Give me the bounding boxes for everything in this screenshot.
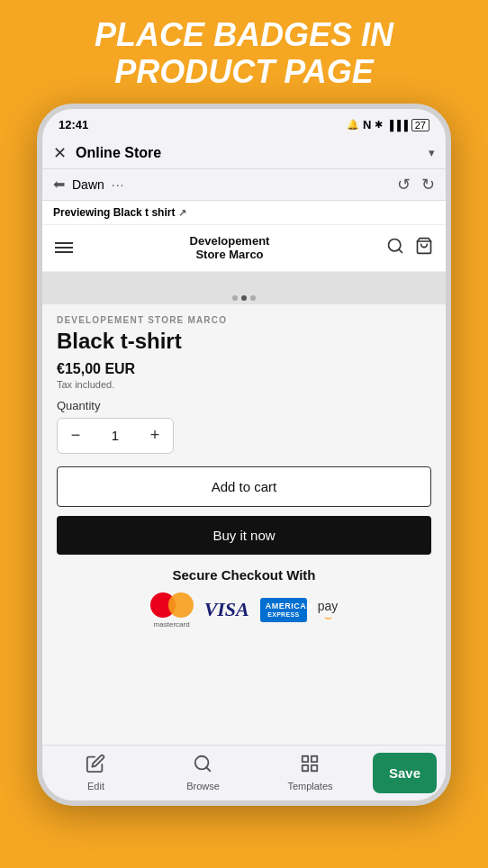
alarm-icon: 🔔 bbox=[347, 119, 359, 131]
quantity-increase-button[interactable]: + bbox=[137, 419, 173, 453]
tab-templates-label: Templates bbox=[287, 781, 332, 791]
tab-templates[interactable]: Templates bbox=[257, 746, 364, 800]
tab-browse[interactable]: Browse bbox=[149, 746, 257, 800]
quantity-decrease-button[interactable]: − bbox=[58, 419, 94, 453]
external-link-icon[interactable]: ↗ bbox=[178, 207, 186, 218]
dropdown-icon[interactable]: ▾ bbox=[429, 146, 435, 159]
editor-back-icon[interactable]: ⬅ bbox=[53, 176, 65, 193]
preview-bar: Previewing Black t shirt ↗ bbox=[42, 201, 446, 225]
editor-more-button[interactable]: ··· bbox=[112, 177, 125, 192]
svg-rect-7 bbox=[312, 765, 317, 771]
preview-label: Previewing bbox=[53, 206, 110, 219]
close-button[interactable]: ✕ bbox=[53, 143, 67, 163]
tab-edit-label: Edit bbox=[87, 781, 104, 791]
store-name-block: Developement Store Marco bbox=[190, 234, 270, 262]
secure-checkout-title: Secure Checkout With bbox=[57, 567, 431, 583]
amex-badge: AMERICAN EXPRESS bbox=[260, 598, 307, 622]
save-button[interactable]: Save bbox=[373, 753, 437, 793]
browse-icon bbox=[193, 754, 212, 778]
quantity-control: − 1 + bbox=[57, 418, 174, 454]
tab-browse-label: Browse bbox=[186, 781, 220, 791]
product-content: DEVELOPEMENT STORE MARCO Black t-shirt €… bbox=[42, 304, 446, 745]
amazon-arrow-icon: ⌣ bbox=[324, 613, 332, 620]
status-icons: 🔔 N ✱ ▐▐▐ 27 bbox=[347, 118, 429, 131]
store-name-line2: Store Marco bbox=[190, 248, 270, 262]
payment-icons: mastercard VISA AMERICAN EXPRESS pay ⌣ bbox=[57, 592, 431, 628]
editor-theme-name: Dawn bbox=[72, 177, 104, 192]
product-brand: DEVELOPEMENT STORE MARCO bbox=[57, 315, 431, 325]
svg-line-4 bbox=[207, 768, 211, 772]
product-title: Black t-shirt bbox=[57, 329, 431, 354]
svg-rect-5 bbox=[303, 756, 308, 762]
product-tax-note: Tax included. bbox=[57, 379, 431, 390]
mastercard-label: mastercard bbox=[154, 620, 190, 628]
image-dot-indicator bbox=[232, 295, 256, 301]
add-to-cart-button[interactable]: Add to cart bbox=[57, 466, 431, 507]
bluetooth-icon: ✱ bbox=[375, 119, 383, 131]
mastercard-logo: mastercard bbox=[150, 592, 194, 628]
editor-actions: ↺ ↻ bbox=[397, 175, 435, 194]
visa-logo: VISA bbox=[204, 598, 249, 621]
product-image-area bbox=[42, 272, 446, 304]
store-name-line1: Developement bbox=[190, 234, 270, 249]
svg-rect-8 bbox=[303, 765, 308, 771]
svg-line-1 bbox=[399, 249, 402, 253]
cart-icon[interactable] bbox=[415, 237, 433, 259]
signal-icon: ▐▐▐ bbox=[386, 120, 407, 131]
hamburger-menu[interactable] bbox=[55, 242, 73, 253]
phone-frame: 12:41 🔔 N ✱ ▐▐▐ 27 ✕ Online Store ▾ ⬅ Da… bbox=[37, 104, 451, 806]
editor-bar: ⬅ Dawn ··· ↺ ↻ bbox=[42, 169, 446, 201]
page-header: Place badges in product page bbox=[0, 0, 488, 104]
redo-button[interactable]: ↻ bbox=[421, 175, 435, 194]
undo-button[interactable]: ↺ bbox=[397, 175, 411, 194]
tab-edit[interactable]: Edit bbox=[42, 746, 149, 800]
quantity-label: Quantity bbox=[57, 399, 431, 412]
edit-icon bbox=[86, 754, 105, 778]
bottom-tab-bar: Edit Browse Templates Save bbox=[42, 745, 446, 800]
buy-now-button[interactable]: Buy it now bbox=[57, 516, 431, 555]
amazon-pay-logo: pay ⌣ bbox=[318, 599, 339, 620]
status-time: 12:41 bbox=[59, 118, 88, 131]
n-icon: N bbox=[363, 118, 371, 131]
search-icon[interactable] bbox=[386, 237, 404, 259]
top-nav-bar: ✕ Online Store ▾ bbox=[42, 138, 446, 169]
store-header-icons bbox=[386, 237, 433, 259]
product-price: €15,00 EUR bbox=[57, 361, 431, 377]
templates-icon bbox=[300, 754, 320, 778]
nav-title: Online Store bbox=[76, 145, 420, 161]
status-bar: 12:41 🔔 N ✱ ▐▐▐ 27 bbox=[42, 109, 446, 138]
quantity-value: 1 bbox=[94, 428, 137, 443]
battery-icon: 27 bbox=[411, 119, 429, 131]
preview-product-name[interactable]: Black t shirt bbox=[113, 206, 176, 219]
store-header: Developement Store Marco bbox=[42, 225, 446, 272]
svg-rect-6 bbox=[312, 756, 317, 762]
